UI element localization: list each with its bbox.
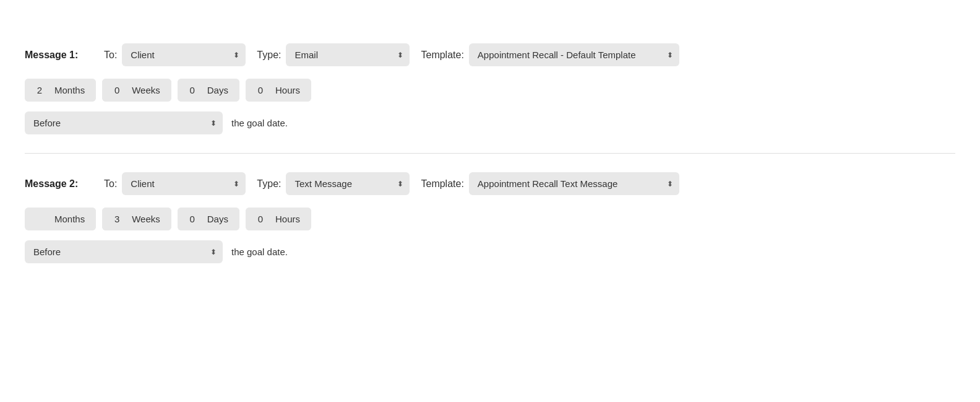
message-2-type-group: Type:EmailText MessagePhone⬍ [257,172,410,195]
message-1-to-group: To:ClientProviderOther⬍ [104,43,246,66]
message-1-timing-unit-2: Days [207,79,239,102]
message-2-before-row: BeforeAfter⬍the goal date. [25,240,955,263]
message-1-timing-unit-0: Months [54,79,96,102]
message-2-timing-value-0 [25,213,54,225]
message-1-section: Message 1:To:ClientProviderOther⬍Type:Em… [25,25,955,153]
message-1-label: Message 1: [25,50,93,61]
message-1-timing-row: 2Months0Weeks0Days0Hours [25,79,955,102]
message-1-type-wrapper: EmailText MessagePhone⬍ [286,43,410,66]
message-2-before-select[interactable]: BeforeAfter [25,240,223,263]
message-1-top-row: Message 1:To:ClientProviderOther⬍Type:Em… [25,43,955,66]
message-2-template-group: Template:Appointment Recall - Default Te… [421,172,679,195]
message-2-label: Message 2: [25,178,93,190]
message-2-timing-value-2: 0 [178,208,207,230]
message-2-type-label: Type: [257,178,281,190]
message-2-timing-cell-2: 0Days [178,208,239,230]
message-1-to-select[interactable]: ClientProviderOther [122,43,246,66]
message-2-timing-value-1: 3 [102,208,132,230]
message-2-template-wrapper: Appointment Recall - Default TemplateApp… [469,172,679,195]
message-2-top-row: Message 2:To:ClientProviderOther⬍Type:Em… [25,172,955,195]
message-2-timing-unit-0: Months [54,208,96,230]
message-2-timing-cell-3: 0Hours [246,208,311,230]
message-1-template-group: Template:Appointment Recall - Default Te… [421,43,679,66]
page-container: Message 1:To:ClientProviderOther⬍Type:Em… [0,0,980,307]
message-2-type-wrapper: EmailText MessagePhone⬍ [286,172,410,195]
message-2-to-group: To:ClientProviderOther⬍ [104,172,246,195]
message-1-timing-value-0: 2 [25,79,54,102]
message-1-type-group: Type:EmailText MessagePhone⬍ [257,43,410,66]
message-1-to-wrapper: ClientProviderOther⬍ [122,43,246,66]
message-2-to-wrapper: ClientProviderOther⬍ [122,172,246,195]
message-2-goal-date-text: the goal date. [231,247,288,257]
message-2-to-select[interactable]: ClientProviderOther [122,172,246,195]
message-1-template-wrapper: Appointment Recall - Default TemplateApp… [469,43,679,66]
message-2-timing-row: Months3Weeks0Days0Hours [25,208,955,230]
message-1-template-label: Template: [421,50,463,61]
message-2-timing-unit-1: Weeks [132,208,171,230]
message-2-to-label: To: [104,178,117,190]
message-2-template-label: Template: [421,178,463,190]
message-1-timing-value-1: 0 [102,79,132,102]
message-1-timing-cell-2: 0Days [178,79,239,102]
message-2-timing-cell-1: 3Weeks [102,208,171,230]
message-1-timing-cell-1: 0Weeks [102,79,171,102]
message-2-before-wrapper: BeforeAfter⬍ [25,240,223,263]
message-2-timing-cell-0: Months [25,208,96,230]
message-1-before-select[interactable]: BeforeAfter [25,111,223,134]
message-2-timing-unit-2: Days [207,208,239,230]
message-2-type-select[interactable]: EmailText MessagePhone [286,172,410,195]
message-1-timing-unit-1: Weeks [132,79,171,102]
message-1-timing-value-2: 0 [178,79,207,102]
message-1-before-row: BeforeAfter⬍the goal date. [25,111,955,134]
message-1-goal-date-text: the goal date. [231,118,288,128]
messages-container: Message 1:To:ClientProviderOther⬍Type:Em… [25,25,955,282]
message-2-section: Message 2:To:ClientProviderOther⬍Type:Em… [25,153,955,282]
message-1-type-label: Type: [257,50,281,61]
message-1-timing-cell-3: 0Hours [246,79,311,102]
message-1-template-select[interactable]: Appointment Recall - Default TemplateApp… [469,43,679,66]
message-1-timing-value-3: 0 [246,79,275,102]
message-2-timing-unit-3: Hours [275,208,311,230]
message-1-type-select[interactable]: EmailText MessagePhone [286,43,410,66]
message-1-timing-cell-0: 2Months [25,79,96,102]
message-2-timing-value-3: 0 [246,208,275,230]
message-1-timing-unit-3: Hours [275,79,311,102]
message-2-template-select[interactable]: Appointment Recall - Default TemplateApp… [469,172,679,195]
message-1-to-label: To: [104,50,117,61]
message-1-before-wrapper: BeforeAfter⬍ [25,111,223,134]
